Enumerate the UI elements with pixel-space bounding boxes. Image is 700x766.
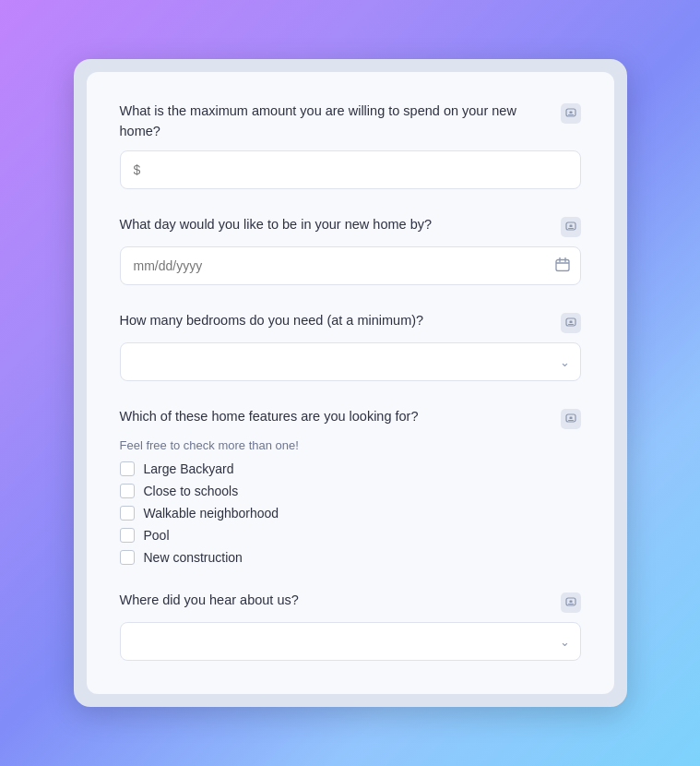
referral-select[interactable]: Google Social Media Friend/Family Other: [120, 622, 581, 661]
checkbox-close-schools[interactable]: Close to schools: [120, 484, 581, 498]
budget-question-row: What is the maximum amount you are willi…: [120, 102, 581, 140]
bedrooms-label: How many bedrooms do you need (at a mini…: [120, 311, 553, 330]
svg-rect-17: [568, 604, 574, 604]
checkbox-label-large-backyard: Large Backyard: [144, 461, 234, 476]
checkbox-box-walkable: [120, 506, 135, 521]
bedrooms-question-row: How many bedrooms do you need (at a mini…: [120, 311, 581, 333]
movein-section: What day would you like to be in your ne…: [120, 215, 581, 285]
features-checkbox-list: Large Backyard Close to schools Walkable…: [120, 461, 581, 565]
features-sub-label: Feel free to check more than one!: [120, 438, 581, 452]
bedrooms-select-wrapper: 1 2 3 4 5+ ⌄: [120, 342, 581, 381]
checkbox-box-new-construction: [120, 550, 135, 565]
svg-rect-15: [569, 416, 572, 419]
svg-rect-5: [569, 224, 572, 227]
checkbox-pool[interactable]: Pool: [120, 528, 581, 543]
features-question-row: Which of these home features are you loo…: [120, 407, 581, 429]
svg-rect-12: [569, 320, 572, 323]
movein-label: What day would you like to be in your ne…: [120, 215, 553, 234]
budget-label: What is the maximum amount you are willi…: [120, 102, 553, 140]
checkbox-box-large-backyard: [120, 461, 135, 476]
checkbox-label-pool: Pool: [144, 528, 170, 543]
features-label: Which of these home features are you loo…: [120, 407, 553, 426]
outer-card: What is the maximum amount you are willi…: [74, 59, 627, 706]
referral-section: Where did you hear about us? Google Soci…: [120, 591, 581, 661]
svg-rect-2: [569, 112, 572, 114]
checkbox-large-backyard[interactable]: Large Backyard: [120, 461, 581, 476]
checkbox-label-walkable: Walkable neighborhood: [144, 506, 279, 521]
date-input-wrapper: [120, 246, 581, 285]
referral-label: Where did you hear about us?: [120, 591, 553, 610]
budget-section: What is the maximum amount you are willi…: [120, 102, 581, 188]
svg-rect-18: [569, 600, 572, 603]
svg-rect-4: [568, 228, 574, 229]
referral-question-row: Where did you hear about us?: [120, 591, 581, 613]
checkbox-label-close-schools: Close to schools: [144, 484, 239, 498]
referral-select-wrapper: Google Social Media Friend/Family Other …: [120, 622, 581, 661]
date-input[interactable]: [120, 246, 581, 285]
svg-rect-11: [568, 324, 574, 325]
budget-info-icon: [561, 103, 581, 124]
svg-rect-14: [568, 420, 574, 421]
budget-input[interactable]: [120, 150, 581, 189]
referral-info-icon: [561, 592, 581, 613]
checkbox-walkable[interactable]: Walkable neighborhood: [120, 506, 581, 521]
bedrooms-section: How many bedrooms do you need (at a mini…: [120, 311, 581, 381]
checkbox-label-new-construction: New construction: [144, 550, 243, 565]
checkbox-new-construction[interactable]: New construction: [120, 550, 581, 565]
checkbox-box-close-schools: [120, 484, 135, 498]
bedrooms-select[interactable]: 1 2 3 4 5+: [120, 342, 581, 381]
bedrooms-info-icon: [561, 313, 581, 333]
movein-question-row: What day would you like to be in your ne…: [120, 215, 581, 237]
svg-rect-1: [568, 114, 574, 115]
features-section: Which of these home features are you loo…: [120, 407, 581, 565]
inner-card: What is the maximum amount you are willi…: [87, 72, 614, 693]
movein-info-icon: [561, 217, 581, 237]
features-info-icon: [561, 409, 581, 429]
checkbox-box-pool: [120, 528, 135, 543]
